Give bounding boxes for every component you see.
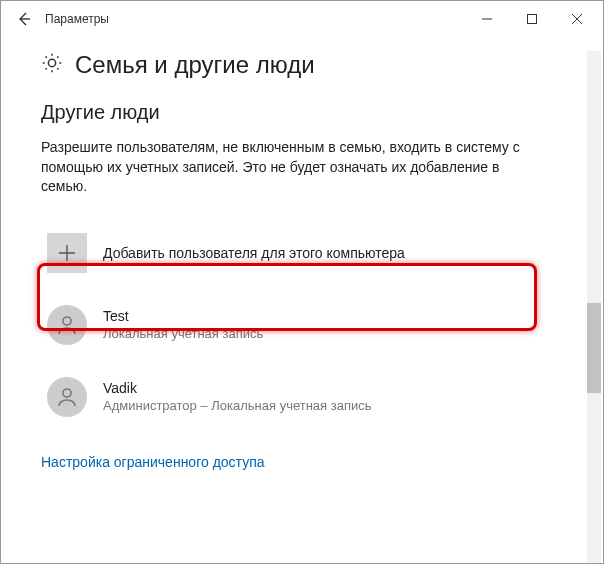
arrow-left-icon bbox=[16, 11, 32, 27]
avatar bbox=[47, 377, 87, 417]
back-button[interactable] bbox=[5, 1, 43, 37]
user-item[interactable]: Vadik Администратор – Локальная учетная … bbox=[41, 369, 521, 425]
minimize-icon bbox=[482, 14, 492, 24]
minimize-button[interactable] bbox=[464, 1, 509, 37]
section-description: Разрешите пользователям, не включенным в… bbox=[41, 138, 521, 197]
maximize-button[interactable] bbox=[509, 1, 554, 37]
user-name: Vadik bbox=[103, 380, 371, 396]
svg-point-2 bbox=[63, 389, 71, 397]
content-area: Семья и другие люди Другие люди Разрешит… bbox=[1, 51, 603, 564]
window-title: Параметры bbox=[45, 12, 109, 26]
user-subtitle: Локальная учетная запись bbox=[103, 326, 263, 341]
user-subtitle: Администратор – Локальная учетная запись bbox=[103, 398, 371, 413]
section-title: Другие люди bbox=[41, 101, 563, 124]
gear-icon bbox=[41, 52, 63, 78]
user-item[interactable]: Test Локальная учетная запись bbox=[41, 297, 521, 353]
user-name: Test bbox=[103, 308, 263, 324]
user-info: Test Локальная учетная запись bbox=[103, 308, 263, 341]
restricted-access-link[interactable]: Настройка ограниченного доступа bbox=[41, 454, 265, 470]
add-user-label: Добавить пользователя для этого компьюте… bbox=[103, 245, 405, 261]
plus-icon bbox=[47, 233, 87, 273]
avatar bbox=[47, 305, 87, 345]
person-icon bbox=[55, 313, 79, 337]
titlebar: Параметры bbox=[1, 1, 603, 37]
user-info: Vadik Администратор – Локальная учетная … bbox=[103, 380, 371, 413]
link-row: Настройка ограниченного доступа bbox=[41, 453, 563, 471]
page-title: Семья и другие люди bbox=[75, 51, 315, 79]
svg-rect-0 bbox=[527, 15, 536, 24]
person-icon bbox=[55, 385, 79, 409]
scrollbar-thumb[interactable] bbox=[587, 303, 601, 393]
close-icon bbox=[572, 14, 582, 24]
close-button[interactable] bbox=[554, 1, 599, 37]
page-header: Семья и другие люди bbox=[41, 51, 563, 79]
svg-point-1 bbox=[63, 317, 71, 325]
window-controls bbox=[464, 1, 599, 37]
maximize-icon bbox=[527, 14, 537, 24]
add-user-button[interactable]: Добавить пользователя для этого компьюте… bbox=[41, 225, 521, 281]
